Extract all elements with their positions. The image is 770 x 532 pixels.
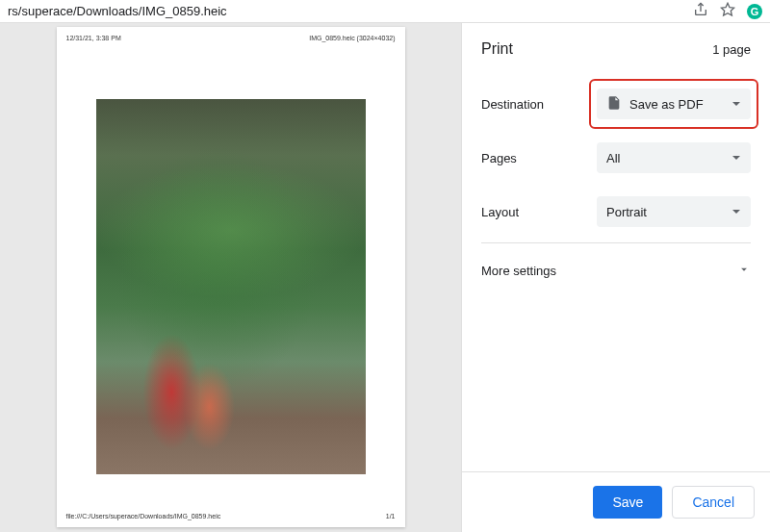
layout-value: Portrait — [606, 205, 724, 219]
save-button[interactable]: Save — [593, 486, 662, 519]
layout-label: Layout — [481, 205, 597, 219]
destination-select[interactable]: Save as PDF — [597, 89, 751, 119]
share-icon[interactable] — [693, 2, 708, 20]
print-preview-area: 12/31/21, 3:38 PM IMG_0859.heic (3024×40… — [0, 23, 461, 532]
destination-value: Save as PDF — [629, 97, 724, 112]
url-bar[interactable]: rs/superace/Downloads/IMG_0859.heic — [8, 4, 693, 18]
preview-page: 12/31/21, 3:38 PM IMG_0859.heic (3024×40… — [57, 27, 405, 527]
preview-file-uri: file:///C:/Users/superace/Downloads/IMG_… — [66, 513, 221, 519]
panel-title: Print — [481, 40, 513, 58]
panel-footer: Save Cancel — [462, 471, 770, 532]
chevron-down-icon — [732, 97, 741, 112]
preview-page-indicator: 1/1 — [386, 513, 396, 519]
svg-marker-0 — [721, 3, 733, 15]
more-settings-toggle[interactable]: More settings — [462, 243, 770, 298]
browser-toolbar: rs/superace/Downloads/IMG_0859.heic G — [0, 0, 770, 23]
pages-label: Pages — [481, 151, 597, 165]
pdf-icon — [606, 95, 622, 114]
layout-select[interactable]: Portrait — [597, 196, 751, 227]
star-icon[interactable] — [720, 2, 735, 20]
extension-icon[interactable]: G — [747, 4, 762, 19]
page-count: 1 page — [712, 42, 751, 57]
preview-timestamp: 12/31/21, 3:38 PM — [66, 35, 121, 41]
chevron-down-icon — [732, 151, 741, 165]
more-settings-label: More settings — [481, 264, 556, 278]
preview-image — [96, 99, 366, 474]
cancel-button[interactable]: Cancel — [672, 486, 755, 519]
preview-filename: IMG_0859.heic (3024×4032) — [309, 35, 395, 41]
chevron-down-icon — [737, 263, 751, 279]
chevron-down-icon — [732, 205, 741, 219]
pages-value: All — [606, 151, 724, 165]
destination-highlight: Save as PDF — [589, 79, 758, 129]
pages-select[interactable]: All — [597, 142, 751, 173]
destination-label: Destination — [481, 97, 597, 112]
print-panel: Print 1 page Destination Save as PDF — [461, 23, 770, 532]
